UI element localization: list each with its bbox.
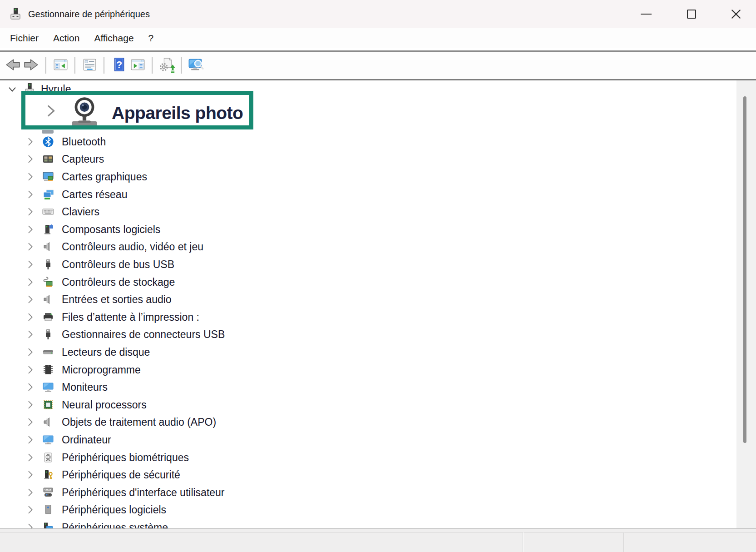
- usb-icon: [42, 328, 54, 341]
- chevron-right-icon[interactable]: [25, 400, 35, 410]
- chevron-right-icon[interactable]: [25, 347, 35, 357]
- chevron-right-icon[interactable]: [25, 172, 35, 182]
- menu-fichier[interactable]: Fichier: [10, 33, 39, 44]
- tree-item-peripheriques-biometriques[interactable]: Périphériques biométriques: [0, 449, 726, 467]
- tree-item-objets-de-traitement-audio-apo[interactable]: Objets de traitement audio (APO): [0, 413, 726, 431]
- tree-item-label: Bluetooth: [62, 133, 106, 151]
- tree-item-label: Neural processors: [62, 396, 147, 414]
- tree-item-files-d-attente-a-l-impression[interactable]: Files d’attente à l’impression :: [0, 308, 726, 326]
- vertical-scrollbar-thumb[interactable]: [743, 96, 746, 443]
- chevron-right-icon[interactable]: [25, 329, 35, 339]
- tree-item-label: Composants logiciels: [62, 221, 160, 239]
- tree-item-cartes-graphiques[interactable]: Cartes graphiques: [0, 168, 726, 186]
- chevron-right-icon[interactable]: [25, 522, 35, 528]
- chevron-right-icon[interactable]: [25, 382, 35, 392]
- tree-item-lecteurs-de-disque[interactable]: Lecteurs de disque: [0, 343, 726, 361]
- chevron-right-icon[interactable]: [25, 154, 35, 164]
- tree-item-controleurs-audio-video-et-jeu[interactable]: Contrôleurs audio, vidéo et jeu: [0, 238, 726, 256]
- console-tree-icon: [52, 56, 69, 75]
- statusbar-pane-topline: [0, 532, 756, 533]
- tree-item-label: Microprogramme: [62, 361, 141, 379]
- close-icon: [730, 8, 742, 20]
- tree-item-capteurs[interactable]: Capteurs: [0, 150, 726, 168]
- back-arrow-icon: [4, 56, 21, 75]
- show-console-tree-button[interactable]: [51, 56, 70, 75]
- chevron-right-icon[interactable]: [25, 242, 35, 252]
- tree-item-controleurs-de-stockage[interactable]: Contrôleurs de stockage: [0, 274, 726, 291]
- chevron-right-icon[interactable]: [25, 224, 35, 234]
- chevron-right-icon[interactable]: [25, 189, 35, 199]
- update-driver-button[interactable]: [157, 56, 176, 75]
- update-driver-icon: [158, 56, 175, 75]
- hid-icon: [42, 486, 54, 499]
- statusbar-divider: [523, 532, 523, 552]
- svg-text:?: ?: [116, 59, 122, 70]
- tree-item-label: Contrôleurs audio, vidéo et jeu: [62, 238, 203, 256]
- tree-item-gestionnaires-de-connecteurs-usb[interactable]: Gestionnaires de connecteurs USB: [0, 326, 726, 343]
- vertical-scrollbar-track[interactable]: [736, 80, 756, 528]
- chevron-right-icon[interactable]: [25, 137, 35, 147]
- chevron-right-icon[interactable]: [25, 312, 35, 322]
- tree-item-ordinateur[interactable]: Ordinateur: [0, 431, 726, 449]
- disk-drive-icon: [42, 346, 54, 358]
- tree-item-neural-processors[interactable]: Neural processors: [0, 396, 726, 414]
- tree-item-label: Objets de traitement audio (APO): [62, 413, 216, 431]
- tree-item-microprogramme[interactable]: Microprogramme: [0, 361, 726, 379]
- chevron-right-icon[interactable]: [25, 277, 35, 287]
- chevron-right-icon[interactable]: [25, 259, 35, 269]
- tree-item-bluetooth[interactable]: Bluetooth: [0, 133, 726, 151]
- tree-item-label: Files d’attente à l’impression :: [62, 308, 199, 326]
- menu-affichage[interactable]: Affichage: [94, 33, 133, 44]
- security-key-icon: [42, 468, 54, 481]
- chevron-right-icon[interactable]: [25, 453, 35, 462]
- tree-item-claviers[interactable]: Claviers: [0, 203, 726, 221]
- network-adapter-icon: [42, 188, 54, 201]
- chevron-right-icon[interactable]: [25, 487, 35, 497]
- action-pane-button[interactable]: [128, 56, 147, 75]
- help-button[interactable]: ?: [109, 56, 128, 75]
- chevron-right-icon[interactable]: [44, 103, 58, 119]
- tree-item-composants-logiciels[interactable]: Composants logiciels: [0, 221, 726, 239]
- tree-item-label: Périphériques système: [62, 519, 168, 528]
- usb-icon: [42, 258, 54, 271]
- minimize-button[interactable]: [635, 0, 657, 28]
- toolbar-separator: [152, 57, 153, 74]
- software-device-icon: [42, 503, 54, 516]
- tree-item-peripheriques-systeme[interactable]: Périphériques système: [0, 519, 726, 528]
- chevron-right-icon[interactable]: [25, 470, 35, 480]
- statusbar: [0, 528, 756, 552]
- menu-action[interactable]: Action: [53, 33, 79, 44]
- tree-item-label: Gestionnaires de connecteurs USB: [62, 326, 225, 343]
- menu-help[interactable]: ?: [148, 33, 154, 44]
- tree-item-label: Moniteurs: [62, 378, 108, 396]
- scan-hardware-changes-button[interactable]: [186, 56, 205, 75]
- properties-button[interactable]: [80, 56, 99, 75]
- tree-item-label: Capteurs: [62, 150, 104, 168]
- chevron-right-icon[interactable]: [25, 435, 35, 445]
- chevron-down-icon[interactable]: [7, 85, 17, 94]
- toolbar-separator: [74, 57, 75, 74]
- maximize-button[interactable]: [681, 0, 702, 28]
- tree-item-cartes-reseau[interactable]: Cartes réseau: [0, 186, 726, 204]
- tree-item-peripheriques-logiciels[interactable]: Périphériques logiciels: [0, 501, 726, 519]
- device-manager-window: Gestionnaire de périphériques Fichier Ac…: [0, 0, 756, 552]
- sensors-icon: [42, 153, 54, 165]
- chevron-right-icon[interactable]: [25, 294, 35, 304]
- device-manager-icon: [8, 6, 23, 22]
- chevron-right-icon[interactable]: [25, 417, 35, 427]
- chevron-right-icon[interactable]: [25, 505, 35, 515]
- tree-item-controleurs-de-bus-usb[interactable]: Contrôleurs de bus USB: [0, 256, 726, 274]
- back-button[interactable]: [3, 56, 22, 75]
- bluetooth-icon: [42, 135, 54, 148]
- tree-item-peripheriques-d-interface-utilisateur[interactable]: Périphériques d'interface utilisateur: [0, 484, 726, 502]
- chevron-right-icon[interactable]: [25, 365, 35, 375]
- forward-button[interactable]: [22, 56, 41, 75]
- close-button[interactable]: [725, 0, 747, 28]
- chevron-right-icon[interactable]: [25, 207, 35, 217]
- magnified-tree-item-appareils-photo[interactable]: Appareils photo: [21, 91, 253, 129]
- tree-item-peripheriques-de-securite[interactable]: Périphériques de sécurité: [0, 466, 726, 484]
- tree-item-moniteurs[interactable]: Moniteurs: [0, 378, 726, 396]
- tree-item-label: Ordinateur: [62, 431, 111, 449]
- tree-item-entrees-et-sorties-audio[interactable]: Entrées et sorties audio: [0, 291, 726, 308]
- speaker-icon: [42, 416, 54, 428]
